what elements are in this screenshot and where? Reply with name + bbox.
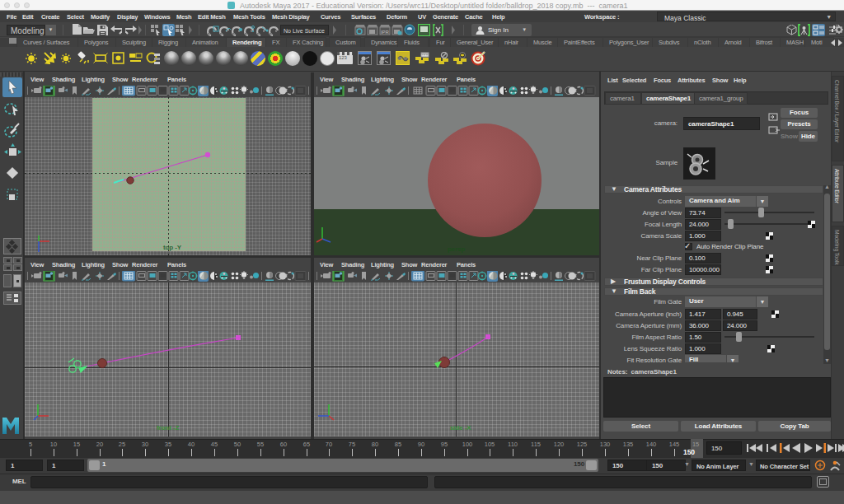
svg-text:IPR: IPR <box>381 30 389 35</box>
